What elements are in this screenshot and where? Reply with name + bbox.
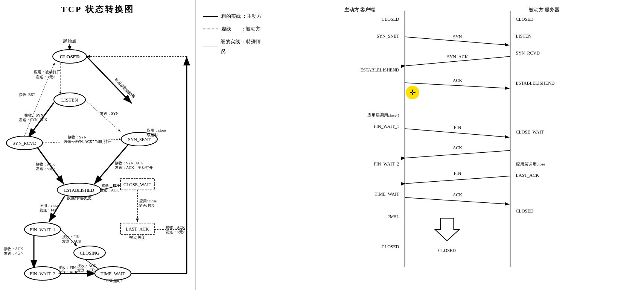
svg-text:SYN_SNET: SYN_SNET xyxy=(376,33,399,39)
legend-dashed: 虚线 ：被动方 xyxy=(203,24,263,34)
svg-text:发送：SYN, ACK　同时打开: 发送：SYN, ACK 同时打开 xyxy=(64,140,111,144)
svg-text:ACK: ACK xyxy=(453,145,463,150)
svg-text:发送：<无>: 发送：<无> xyxy=(36,167,55,171)
svg-text:起始点: 起始点 xyxy=(63,38,76,44)
svg-text:SYN_SENT: SYN_SENT xyxy=(128,137,151,142)
right-panel: 主动方 客户端 被动方 服务器 CLOSED SYN_SNET ESTABLEL… xyxy=(271,0,644,290)
left-panel: TCP 状态转换图 起始点 CLOSED 应用：被动打开 发送：<无> 应用：主… xyxy=(0,0,196,290)
svg-text:应用：close: 应用：close xyxy=(40,203,59,208)
svg-text:LISTEN: LISTEN xyxy=(61,97,78,103)
svg-text:接收：FIN: 接收：FIN xyxy=(102,184,119,188)
svg-text:2MSL超时?: 2MSL超时? xyxy=(104,279,123,283)
svg-text:CLOSED: CLOSED xyxy=(382,244,399,249)
svg-text:FIN: FIN xyxy=(454,125,461,130)
svg-text:ESTABLELISHEND: ESTABLELISHEND xyxy=(516,80,555,86)
svg-text:或超时: 或超时 xyxy=(147,133,158,137)
svg-text:发送：<无>: 发送：<无> xyxy=(4,251,23,255)
svg-text:CLOSE_WAIT: CLOSE_WAIT xyxy=(123,182,152,187)
svg-text:接收：SYN, ACK: 接收：SYN, ACK xyxy=(115,161,143,165)
svg-text:CLOSE_WAIT: CLOSE_WAIT xyxy=(516,129,544,135)
svg-text:发送：<无>: 发送：<无> xyxy=(77,268,97,272)
svg-text:应用层调用close: 应用层调用close xyxy=(516,162,545,166)
svg-text:TIME_WAIT: TIME_WAIT xyxy=(375,191,399,197)
svg-text:FIN: FIN xyxy=(454,171,461,176)
svg-text:被动方 服务器: 被动方 服务器 xyxy=(529,7,559,12)
svg-text:ACK: ACK xyxy=(453,192,463,197)
svg-text:LAST_ACK: LAST_ACK xyxy=(126,226,149,232)
svg-text:SYN_RCVD: SYN_RCVD xyxy=(516,50,540,56)
svg-text:LISTEN: LISTEN xyxy=(516,33,532,39)
svg-text:发送：<无>: 发送：<无> xyxy=(166,230,185,234)
svg-line-110 xyxy=(405,83,510,88)
svg-text:接收：FIN: 接收：FIN xyxy=(58,266,76,270)
svg-text:发送：SYN: 发送：SYN xyxy=(100,111,119,115)
svg-text:发送：ACK: 发送：ACK xyxy=(58,270,78,274)
svg-line-118 xyxy=(405,197,510,204)
svg-text:SYN: SYN xyxy=(453,34,462,39)
svg-text:CLOSED: CLOSED xyxy=(59,54,79,59)
svg-line-7 xyxy=(87,56,132,103)
svg-text:发送：ACK　主动打开: 发送：ACK 主动打开 xyxy=(115,165,153,170)
svg-text:CLOSING: CLOSING xyxy=(80,251,99,256)
svg-text:ESTABLISHED: ESTABLISHED xyxy=(64,188,94,193)
svg-text:CLOSED: CLOSED xyxy=(516,208,534,214)
svg-text:应用: close: 应用: close xyxy=(139,199,157,203)
svg-text:发送: FIN: 发送: FIN xyxy=(139,203,154,208)
svg-text:数据传输状态: 数据传输状态 xyxy=(67,196,91,200)
svg-text:ESTABLELISHEND: ESTABLELISHEND xyxy=(360,67,399,73)
svg-text:FIN_WAIT_2: FIN_WAIT_2 xyxy=(374,161,399,167)
svg-text:TIME_WAIT: TIME_WAIT xyxy=(100,271,125,276)
svg-text:主动方 客户端: 主动方 客户端 xyxy=(344,7,375,12)
svg-text:接收：SYN: 接收：SYN xyxy=(24,113,43,117)
cursor-indicator[interactable]: ✛ xyxy=(406,86,419,99)
svg-text:发送：<无>: 发送：<无> xyxy=(36,75,55,79)
svg-line-114 xyxy=(406,150,510,158)
svg-text:CLOSED: CLOSED xyxy=(516,17,534,22)
svg-line-116 xyxy=(406,176,510,184)
connection-diagram: 主动方 客户端 被动方 服务器 CLOSED SYN_SNET ESTABLEL… xyxy=(279,4,636,286)
svg-line-15 xyxy=(85,100,120,132)
svg-text:接收：ACK: 接收：ACK xyxy=(4,247,23,251)
svg-text:SYN_ACK: SYN_ACK xyxy=(447,54,468,59)
svg-text:FIN_WAIT_1: FIN_WAIT_1 xyxy=(30,227,55,232)
svg-text:CLOSED: CLOSED xyxy=(438,248,456,253)
tcp-state-diagram: 起始点 CLOSED 应用：被动打开 发送：<无> 应用：主动打开 发送：SYN… xyxy=(4,19,192,286)
svg-text:接收：ACK: 接收：ACK xyxy=(36,162,55,166)
svg-text:发送：SYN: 发送：SYN xyxy=(120,83,136,99)
svg-text:应用：被动打开: 应用：被动打开 xyxy=(34,70,60,74)
svg-text:2MSL: 2MSL xyxy=(388,214,399,219)
svg-text:接收：ACK: 接收：ACK xyxy=(77,264,97,268)
diagram-title: TCP 状态转换图 xyxy=(4,4,192,15)
svg-text:接收: RST: 接收: RST xyxy=(19,93,35,97)
legend-thin: 细的实线 ：特殊情况 xyxy=(203,37,263,56)
svg-text:发送：ACK: 发送：ACK xyxy=(62,239,82,243)
svg-text:ACK: ACK xyxy=(453,78,463,83)
legend-panel: 粗的实线 ：主动方 虚线 ：被动方 细的实线 ：特殊情况 xyxy=(196,0,271,290)
svg-text:FIN_WAIT_2: FIN_WAIT_2 xyxy=(30,271,55,276)
svg-text:接收：ACK: 接收：ACK xyxy=(166,225,185,229)
svg-text:接收：FIN: 接收：FIN xyxy=(62,235,79,239)
svg-text:应用层调用close(): 应用层调用close() xyxy=(367,113,399,118)
svg-text:CLOSED: CLOSED xyxy=(382,17,399,22)
svg-text:FIN_WAIT_1: FIN_WAIT_1 xyxy=(374,124,399,129)
svg-text:被动关闭: 被动关闭 xyxy=(129,235,146,240)
svg-text:接收：SYN: 接收：SYN xyxy=(68,135,87,139)
svg-text:发送：FIN: 发送：FIN xyxy=(40,208,57,212)
svg-text:LAST_ACK: LAST_ACK xyxy=(516,173,539,178)
svg-text:SYN_RCVD: SYN_RCVD xyxy=(12,141,37,146)
svg-text:发送：SYN, ACK: 发送：SYN, ACK xyxy=(19,118,47,122)
svg-text:发送：ACK: 发送：ACK xyxy=(100,188,119,192)
svg-text:应用：close: 应用：close xyxy=(147,128,166,132)
svg-marker-120 xyxy=(435,218,460,241)
legend-thick: 粗的实线 ：主动方 xyxy=(203,11,263,21)
